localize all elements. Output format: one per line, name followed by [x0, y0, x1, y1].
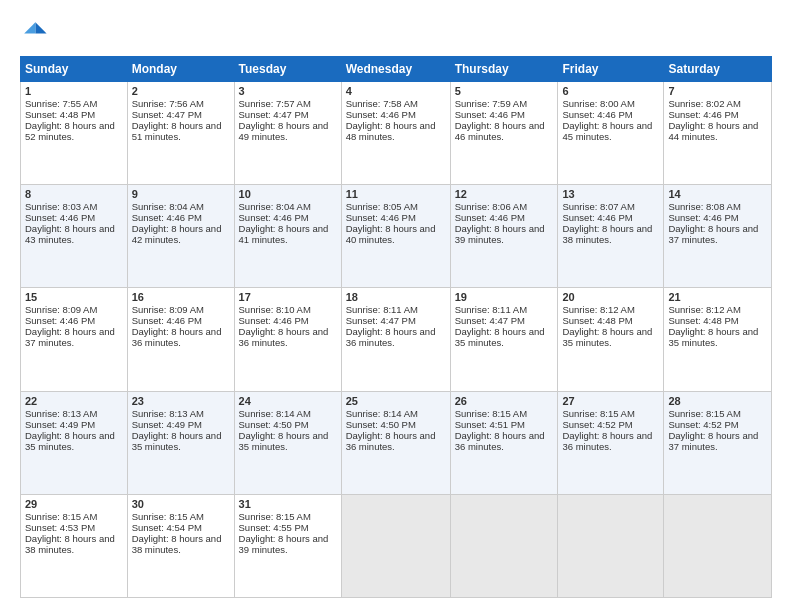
daylight-label: Daylight: 8 hours and 35 minutes. [239, 430, 329, 452]
sunrise-label: Sunrise: 8:15 AM [562, 408, 634, 419]
daylight-label: Daylight: 8 hours and 38 minutes. [132, 533, 222, 555]
calendar-cell: 25Sunrise: 8:14 AMSunset: 4:50 PMDayligh… [341, 391, 450, 494]
header [20, 18, 772, 46]
sunrise-label: Sunrise: 8:11 AM [455, 304, 527, 315]
day-number: 22 [25, 395, 123, 407]
sunset-label: Sunset: 4:52 PM [562, 419, 632, 430]
sunrise-label: Sunrise: 8:03 AM [25, 201, 97, 212]
sunrise-label: Sunrise: 8:09 AM [132, 304, 204, 315]
day-number: 28 [668, 395, 767, 407]
day-number: 15 [25, 291, 123, 303]
calendar-cell: 9Sunrise: 8:04 AMSunset: 4:46 PMDaylight… [127, 185, 234, 288]
day-number: 27 [562, 395, 659, 407]
day-number: 21 [668, 291, 767, 303]
weekday-header: Friday [558, 57, 664, 82]
day-number: 18 [346, 291, 446, 303]
sunrise-label: Sunrise: 8:11 AM [346, 304, 418, 315]
day-number: 23 [132, 395, 230, 407]
sunrise-label: Sunrise: 8:15 AM [25, 511, 97, 522]
daylight-label: Daylight: 8 hours and 41 minutes. [239, 223, 329, 245]
sunrise-label: Sunrise: 8:15 AM [132, 511, 204, 522]
sunrise-label: Sunrise: 8:06 AM [455, 201, 527, 212]
sunset-label: Sunset: 4:49 PM [25, 419, 95, 430]
calendar-cell: 29Sunrise: 8:15 AMSunset: 4:53 PMDayligh… [21, 494, 128, 597]
sunrise-label: Sunrise: 8:15 AM [668, 408, 740, 419]
day-number: 30 [132, 498, 230, 510]
sunset-label: Sunset: 4:46 PM [562, 109, 632, 120]
calendar-table: SundayMondayTuesdayWednesdayThursdayFrid… [20, 56, 772, 598]
day-number: 13 [562, 188, 659, 200]
calendar-cell: 6Sunrise: 8:00 AMSunset: 4:46 PMDaylight… [558, 82, 664, 185]
logo-icon [20, 18, 48, 46]
logo [20, 18, 52, 46]
calendar-cell: 23Sunrise: 8:13 AMSunset: 4:49 PMDayligh… [127, 391, 234, 494]
daylight-label: Daylight: 8 hours and 35 minutes. [562, 326, 652, 348]
daylight-label: Daylight: 8 hours and 45 minutes. [562, 120, 652, 142]
sunset-label: Sunset: 4:46 PM [455, 109, 525, 120]
daylight-label: Daylight: 8 hours and 36 minutes. [346, 326, 436, 348]
calendar-cell: 13Sunrise: 8:07 AMSunset: 4:46 PMDayligh… [558, 185, 664, 288]
sunset-label: Sunset: 4:47 PM [455, 315, 525, 326]
calendar-cell: 20Sunrise: 8:12 AMSunset: 4:48 PMDayligh… [558, 288, 664, 391]
sunrise-label: Sunrise: 7:57 AM [239, 98, 311, 109]
calendar-cell: 8Sunrise: 8:03 AMSunset: 4:46 PMDaylight… [21, 185, 128, 288]
sunset-label: Sunset: 4:46 PM [132, 212, 202, 223]
calendar-cell [558, 494, 664, 597]
day-number: 5 [455, 85, 554, 97]
day-number: 7 [668, 85, 767, 97]
sunset-label: Sunset: 4:51 PM [455, 419, 525, 430]
sunrise-label: Sunrise: 8:02 AM [668, 98, 740, 109]
calendar-cell: 7Sunrise: 8:02 AMSunset: 4:46 PMDaylight… [664, 82, 772, 185]
day-number: 6 [562, 85, 659, 97]
sunrise-label: Sunrise: 8:15 AM [455, 408, 527, 419]
sunset-label: Sunset: 4:52 PM [668, 419, 738, 430]
daylight-label: Daylight: 8 hours and 35 minutes. [668, 326, 758, 348]
calendar-cell: 22Sunrise: 8:13 AMSunset: 4:49 PMDayligh… [21, 391, 128, 494]
sunset-label: Sunset: 4:48 PM [25, 109, 95, 120]
calendar-cell: 12Sunrise: 8:06 AMSunset: 4:46 PMDayligh… [450, 185, 558, 288]
day-number: 3 [239, 85, 337, 97]
weekday-header: Thursday [450, 57, 558, 82]
day-number: 12 [455, 188, 554, 200]
sunset-label: Sunset: 4:46 PM [668, 109, 738, 120]
weekday-header-row: SundayMondayTuesdayWednesdayThursdayFrid… [21, 57, 772, 82]
sunset-label: Sunset: 4:47 PM [346, 315, 416, 326]
day-number: 25 [346, 395, 446, 407]
weekday-header: Tuesday [234, 57, 341, 82]
sunset-label: Sunset: 4:46 PM [668, 212, 738, 223]
calendar-cell: 10Sunrise: 8:04 AMSunset: 4:46 PMDayligh… [234, 185, 341, 288]
calendar-cell: 3Sunrise: 7:57 AMSunset: 4:47 PMDaylight… [234, 82, 341, 185]
sunset-label: Sunset: 4:47 PM [132, 109, 202, 120]
sunset-label: Sunset: 4:48 PM [562, 315, 632, 326]
calendar-cell: 4Sunrise: 7:58 AMSunset: 4:46 PMDaylight… [341, 82, 450, 185]
sunrise-label: Sunrise: 8:08 AM [668, 201, 740, 212]
page: SundayMondayTuesdayWednesdayThursdayFrid… [0, 0, 792, 612]
day-number: 8 [25, 188, 123, 200]
sunset-label: Sunset: 4:46 PM [562, 212, 632, 223]
daylight-label: Daylight: 8 hours and 38 minutes. [562, 223, 652, 245]
day-number: 1 [25, 85, 123, 97]
sunrise-label: Sunrise: 8:04 AM [239, 201, 311, 212]
day-number: 4 [346, 85, 446, 97]
calendar-week-row: 15Sunrise: 8:09 AMSunset: 4:46 PMDayligh… [21, 288, 772, 391]
calendar-cell: 17Sunrise: 8:10 AMSunset: 4:46 PMDayligh… [234, 288, 341, 391]
sunset-label: Sunset: 4:46 PM [25, 212, 95, 223]
day-number: 24 [239, 395, 337, 407]
day-number: 14 [668, 188, 767, 200]
daylight-label: Daylight: 8 hours and 52 minutes. [25, 120, 115, 142]
daylight-label: Daylight: 8 hours and 51 minutes. [132, 120, 222, 142]
weekday-header: Saturday [664, 57, 772, 82]
sunset-label: Sunset: 4:46 PM [455, 212, 525, 223]
calendar-cell: 2Sunrise: 7:56 AMSunset: 4:47 PMDaylight… [127, 82, 234, 185]
daylight-label: Daylight: 8 hours and 44 minutes. [668, 120, 758, 142]
weekday-header: Wednesday [341, 57, 450, 82]
sunrise-label: Sunrise: 8:15 AM [239, 511, 311, 522]
svg-marker-0 [35, 22, 46, 33]
calendar-cell: 19Sunrise: 8:11 AMSunset: 4:47 PMDayligh… [450, 288, 558, 391]
sunset-label: Sunset: 4:54 PM [132, 522, 202, 533]
sunset-label: Sunset: 4:46 PM [25, 315, 95, 326]
daylight-label: Daylight: 8 hours and 37 minutes. [668, 223, 758, 245]
day-number: 11 [346, 188, 446, 200]
calendar-cell: 1Sunrise: 7:55 AMSunset: 4:48 PMDaylight… [21, 82, 128, 185]
daylight-label: Daylight: 8 hours and 49 minutes. [239, 120, 329, 142]
